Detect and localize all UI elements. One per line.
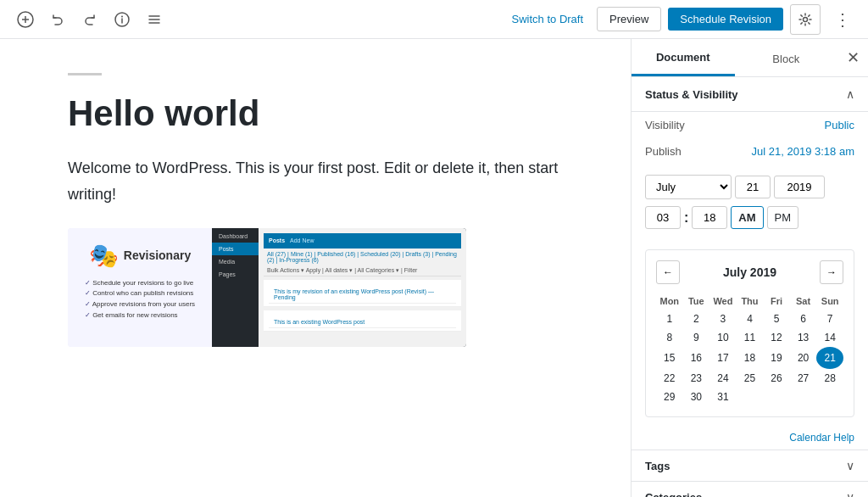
calendar-day[interactable]: 16 [683, 347, 710, 369]
cal-day-wed: Wed [709, 293, 737, 310]
wp-sidebar-media: Media [212, 255, 259, 268]
day-input[interactable] [735, 176, 771, 198]
visibility-value[interactable]: Public [825, 119, 854, 131]
post-title[interactable]: Hello world [68, 92, 563, 135]
tags-row[interactable]: Tags ∨ [632, 450, 868, 481]
editor-area: Hello world Welcome to WordPress. This i… [0, 39, 631, 497]
minute-input[interactable] [692, 206, 727, 229]
calendar-day [816, 388, 843, 406]
calendar-day [763, 388, 790, 406]
categories-row[interactable]: Categories ∨ [632, 481, 868, 497]
calendar-day[interactable]: 2 [683, 310, 710, 328]
categories-label: Categories [645, 491, 702, 498]
plugin-info-left: 🎭 Revisionary Schedule your revisions to… [68, 228, 212, 347]
calendar-next-button[interactable]: → [820, 260, 843, 284]
calendar-day[interactable]: 12 [763, 328, 790, 347]
more-options-button[interactable]: ⋮ [827, 4, 858, 35]
calendar-day[interactable]: 9 [683, 328, 710, 347]
pm-button[interactable]: PM [767, 206, 799, 229]
calendar-day[interactable]: 30 [683, 388, 710, 406]
add-block-button[interactable] [10, 4, 41, 35]
calendar-day[interactable]: 24 [709, 369, 737, 388]
calendar-day[interactable]: 7 [816, 310, 843, 328]
tags-label: Tags [645, 460, 670, 472]
publish-value[interactable]: Jul 21, 2019 3:18 am [752, 145, 854, 158]
tab-document[interactable]: Document [632, 39, 735, 76]
chevron-up-icon[interactable]: ∧ [846, 87, 854, 101]
preview-button[interactable]: Preview [597, 7, 661, 31]
wp-post-row-2: This is an existing WordPress post [264, 310, 461, 332]
calendar-day[interactable]: 3 [709, 310, 737, 328]
toolbar: Switch to Draft Preview Schedule Revisio… [0, 0, 868, 39]
calendar-day[interactable]: 28 [816, 369, 843, 388]
calendar-day[interactable]: 26 [763, 369, 790, 388]
calendar-day[interactable]: 18 [737, 347, 764, 369]
panel-close-button[interactable]: ✕ [837, 42, 868, 73]
calendar-day[interactable]: 21 [816, 347, 843, 369]
calendar-day[interactable]: 29 [656, 388, 683, 406]
categories-chevron-icon[interactable]: ∨ [846, 490, 854, 497]
plugin-icon: 🎭 [89, 242, 119, 270]
tab-block[interactable]: Block [735, 41, 838, 75]
wp-sidebar-dashboard: Dashboard [212, 228, 259, 243]
status-visibility-header: Status & Visibility ∧ [632, 77, 868, 112]
plugin-name: Revisionary [124, 248, 191, 262]
settings-button[interactable] [790, 4, 821, 35]
hour-input[interactable] [645, 206, 681, 229]
calendar-day[interactable]: 23 [683, 369, 710, 388]
toolbar-right: Switch to Draft Preview Schedule Revisio… [434, 4, 858, 35]
calendar-day[interactable]: 11 [737, 328, 764, 347]
main-layout: Hello world Welcome to WordPress. This i… [0, 39, 868, 497]
list-view-button[interactable] [139, 4, 170, 35]
calendar-day[interactable]: 25 [737, 369, 764, 388]
feature-list: Schedule your revisions to go live Contr… [85, 278, 195, 321]
calendar-day[interactable]: 6 [790, 310, 817, 328]
wp-sidebar-posts: Posts [212, 243, 259, 255]
month-select[interactable]: JanuaryFebruaryMarch AprilMayJune JulyAu… [645, 175, 732, 199]
feature-item: Get emails for new revisions [85, 310, 195, 321]
calendar-day[interactable]: 15 [656, 347, 683, 369]
time-row: : AM PM [645, 206, 854, 229]
calendar-day[interactable]: 31 [709, 388, 737, 406]
tags-chevron-icon[interactable]: ∨ [846, 459, 854, 472]
redo-button[interactable] [75, 4, 105, 35]
calendar-help-link[interactable]: Calendar Help [789, 432, 854, 444]
time-separator: : [684, 210, 688, 226]
post-content[interactable]: Welcome to WordPress. This is your first… [68, 155, 563, 207]
date-picker: JanuaryFebruaryMarch AprilMayJune JulyAu… [632, 165, 868, 243]
plugin-logo: 🎭 Revisionary [89, 242, 191, 270]
svg-point-9 [804, 17, 808, 21]
wp-content: Posts Add New All (27) | Mine (1) | Publ… [259, 228, 466, 347]
wp-sidebar: Dashboard Posts Media Pages [212, 228, 259, 347]
wp-post-row-1: This is my revision of an existing WordP… [264, 280, 461, 307]
calendar-day[interactable]: 8 [656, 328, 683, 347]
calendar-help: Calendar Help [632, 424, 868, 450]
calendar-day[interactable]: 5 [763, 310, 790, 328]
calendar-day[interactable]: 1 [656, 310, 683, 328]
calendar-day[interactable]: 13 [790, 328, 817, 347]
calendar-day[interactable]: 20 [790, 347, 817, 369]
info-button[interactable] [107, 4, 137, 35]
feature-item: Control who can publish revisions [85, 288, 195, 299]
calendar-day[interactable]: 14 [816, 328, 843, 347]
year-input[interactable] [774, 176, 825, 198]
sidebar-panel: Document Block ✕ Status & Visibility ∧ V… [631, 39, 868, 497]
cal-day-thu: Thu [737, 293, 764, 310]
calendar-day[interactable]: 17 [709, 347, 737, 369]
calendar-day[interactable]: 10 [709, 328, 737, 347]
calendar-day[interactable]: 4 [737, 310, 764, 328]
switch-to-draft-button[interactable]: Switch to Draft [505, 8, 591, 31]
schedule-revision-button[interactable]: Schedule Revision [668, 8, 783, 31]
cal-day-sat: Sat [790, 293, 817, 310]
cal-day-fri: Fri [763, 293, 790, 310]
publish-row: Publish Jul 21, 2019 3:18 am [632, 138, 868, 165]
calendar-day[interactable]: 22 [656, 369, 683, 388]
am-button[interactable]: AM [731, 206, 763, 229]
undo-button[interactable] [42, 4, 73, 35]
calendar-grid: Mon Tue Wed Thu Fri Sat Sun 123456789101… [656, 293, 843, 406]
calendar-prev-button[interactable]: ← [656, 260, 680, 284]
calendar-day[interactable]: 19 [763, 347, 790, 369]
calendar-day[interactable]: 27 [790, 369, 817, 388]
calendar-month-title: July 2019 [723, 265, 776, 279]
date-row: JanuaryFebruaryMarch AprilMayJune JulyAu… [645, 175, 854, 199]
